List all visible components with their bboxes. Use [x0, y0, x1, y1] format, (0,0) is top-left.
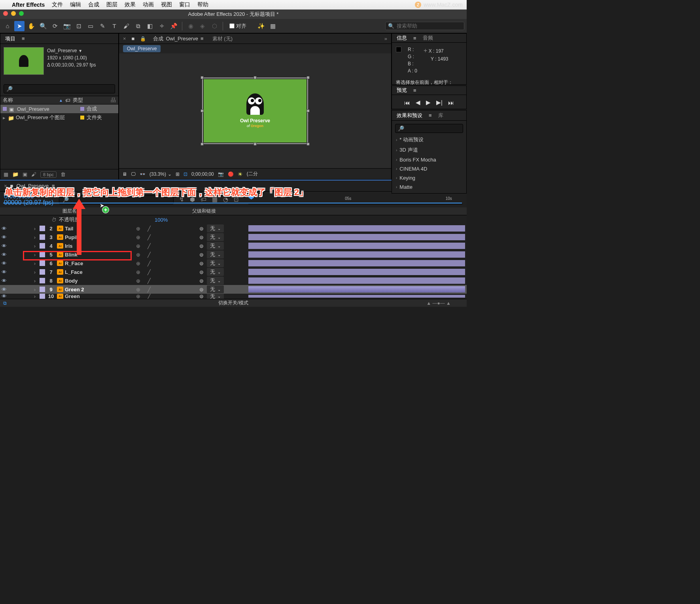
- minimize-button[interactable]: [11, 11, 16, 16]
- parent-dropdown[interactable]: 无 ⌄: [207, 251, 224, 258]
- zoom-control[interactable]: (33.3%) ⌄: [149, 171, 172, 177]
- eraser-tool[interactable]: ◧: [145, 21, 155, 31]
- layer-bar[interactable]: [248, 243, 465, 249]
- expand-icon[interactable]: ›: [32, 243, 38, 249]
- parent-dropdown[interactable]: 无 ⌄: [207, 224, 224, 232]
- canvas[interactable]: Owl Preserve of Oregon: [204, 79, 306, 142]
- expand-icon[interactable]: ›: [32, 226, 38, 232]
- project-item[interactable]: ▣Owl_Preserve 合成: [0, 104, 118, 113]
- resize-handle[interactable]: [306, 109, 310, 112]
- label-icon[interactable]: 🏷: [65, 97, 70, 103]
- composition-viewer[interactable]: Owl Preserve of Oregon: [119, 53, 391, 168]
- layer-name[interactable]: Iris: [65, 243, 136, 249]
- expand-icon[interactable]: ›: [32, 234, 38, 240]
- info-tab[interactable]: 信息: [395, 34, 409, 42]
- effects-search[interactable]: 🔎: [395, 124, 463, 133]
- opacity-row[interactable]: ⏱ 不透明度 100%: [0, 215, 467, 224]
- resize-handle[interactable]: [254, 142, 257, 146]
- layer-name[interactable]: Pupil: [65, 234, 136, 240]
- layer-bar[interactable]: [248, 251, 465, 258]
- parent-dropdown[interactable]: 无 ⌄: [207, 259, 224, 267]
- menu-window[interactable]: 窗口: [179, 1, 190, 8]
- visibility-icon[interactable]: 👁: [0, 234, 8, 240]
- visibility-icon[interactable]: 👁: [0, 287, 8, 293]
- layer-bar[interactable]: [248, 269, 465, 275]
- trash-icon[interactable]: 🗑: [61, 171, 66, 177]
- bpc-button[interactable]: 8 bpc: [40, 171, 57, 178]
- brush-tool[interactable]: 🖌: [121, 21, 131, 31]
- panel-menu-icon[interactable]: ≡: [22, 36, 25, 42]
- resize-handle[interactable]: [254, 76, 257, 79]
- channel-icon[interactable]: 🔴: [228, 171, 234, 177]
- first-frame-icon[interactable]: ⏮: [404, 99, 410, 106]
- panel-menu-icon[interactable]: ≡: [201, 36, 204, 42]
- puppet-tool[interactable]: 📌: [168, 21, 179, 31]
- audio-tab[interactable]: 音频: [421, 34, 435, 42]
- parent-dropdown[interactable]: 无 ⌄: [207, 285, 224, 293]
- pickwhip-icon[interactable]: ⊚: [199, 226, 204, 232]
- visibility-icon[interactable]: 👁: [0, 243, 8, 249]
- panel-menu-icon[interactable]: ≡: [413, 87, 416, 93]
- layer-row[interactable]: 👁›2AiTail⊕╱⊚无 ⌄: [0, 224, 467, 233]
- expand-icon[interactable]: ›: [32, 287, 38, 293]
- pickwhip-icon[interactable]: ⊚: [199, 252, 204, 258]
- grid-icon[interactable]: ⊡: [184, 171, 187, 177]
- pan-behind-tool[interactable]: ⊡: [74, 21, 84, 31]
- resize-handle[interactable]: [306, 76, 310, 79]
- snapshot-icon[interactable]: 📷: [218, 171, 224, 177]
- pickwhip-icon[interactable]: ⊚: [199, 234, 204, 240]
- app-name[interactable]: After Effects: [12, 2, 45, 8]
- sort-icon[interactable]: ▲: [59, 98, 63, 103]
- resize-handle[interactable]: [306, 142, 310, 146]
- pen-tool[interactable]: ✎: [97, 21, 108, 31]
- menu-effect[interactable]: 效果: [125, 1, 136, 8]
- expand-icon[interactable]: ›: [32, 260, 38, 266]
- label-color[interactable]: [40, 234, 45, 240]
- menu-file[interactable]: 文件: [52, 1, 63, 8]
- resize-handle[interactable]: [201, 109, 204, 112]
- pickwhip-icon[interactable]: ⊚: [199, 269, 204, 275]
- display-icon[interactable]: 🖥: [122, 171, 127, 177]
- effect-category[interactable]: ›Keying: [392, 173, 466, 182]
- clone-tool[interactable]: ⧉: [133, 21, 143, 31]
- lock-icon[interactable]: 🔒: [140, 36, 146, 42]
- search-help-input[interactable]: [397, 23, 462, 29]
- home-icon[interactable]: ⌂: [2, 21, 13, 31]
- layer-row[interactable]: 👁›6AiR_Face⊕╱⊚无 ⌄: [0, 259, 467, 268]
- switch-icon[interactable]: ╱: [148, 294, 151, 299]
- toggle-switches[interactable]: 切换开关/模式: [218, 300, 248, 306]
- switch-icon[interactable]: ╱: [148, 234, 151, 240]
- selection-tool[interactable]: ➤: [14, 21, 25, 31]
- visibility-icon[interactable]: 👁: [0, 278, 8, 284]
- layer-row[interactable]: 👁›7AiL_Face⊕╱⊚无 ⌄: [0, 268, 467, 276]
- close-tab-icon[interactable]: ×: [123, 36, 126, 42]
- camera-tool[interactable]: 📷: [62, 21, 72, 31]
- prev-frame-icon[interactable]: ◀: [416, 99, 420, 106]
- layer-bar[interactable]: [248, 225, 465, 232]
- layer-bar[interactable]: [248, 295, 465, 298]
- dropdown-icon[interactable]: ▼: [78, 48, 82, 54]
- switch-icon[interactable]: ╱: [148, 243, 151, 249]
- panel-menu-icon[interactable]: ≡: [429, 112, 432, 118]
- visibility-icon[interactable]: 👁: [0, 269, 8, 275]
- switch-icon[interactable]: ╱: [148, 287, 151, 293]
- menu-view[interactable]: 视图: [161, 1, 172, 8]
- layer-name[interactable]: Body: [65, 278, 136, 284]
- layer-name[interactable]: Blink: [65, 252, 136, 258]
- mask-icon[interactable]: 👓: [140, 171, 146, 177]
- resolution-dropdown[interactable]: (二分: [247, 171, 258, 177]
- parent-dropdown[interactable]: 无 ⌄: [207, 233, 224, 241]
- expand-icon[interactable]: »: [384, 36, 387, 42]
- menu-animation[interactable]: 动画: [143, 1, 154, 8]
- label-color[interactable]: [40, 269, 45, 275]
- visibility-icon[interactable]: 👁: [0, 294, 8, 299]
- comp-breadcrumb[interactable]: Owl_Preserve: [123, 45, 161, 52]
- visibility-icon[interactable]: 👁: [0, 252, 8, 258]
- layer-row[interactable]: 👁›3AiPupil⊕╱⊚无 ⌄: [0, 233, 467, 241]
- switch-icon[interactable]: ⊕: [136, 243, 140, 249]
- res-icon[interactable]: ⊞: [176, 171, 180, 177]
- layer-row[interactable]: 👁›5AiBlink⊕╱⊚无 ⌄: [0, 250, 467, 259]
- pickwhip-icon[interactable]: ⊚: [199, 260, 204, 266]
- play-icon[interactable]: ▶: [426, 99, 431, 106]
- layer-name[interactable]: L_Face: [65, 269, 136, 275]
